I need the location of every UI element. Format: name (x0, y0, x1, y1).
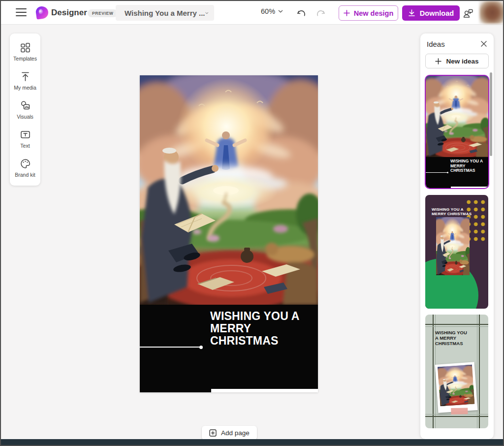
undo-button[interactable] (295, 7, 308, 20)
decorative-line (140, 347, 201, 348)
palette-icon (20, 158, 31, 169)
sidebar-item-label: Brand kit (15, 172, 35, 178)
upload-arrow-icon (20, 71, 31, 82)
app-name: Designer (51, 8, 87, 18)
plus-icon (344, 10, 350, 16)
new-ideas-label: New ideas (446, 58, 478, 65)
plaid-line (433, 315, 434, 428)
tape-decoration (451, 408, 468, 414)
sidebar-item-label: Text (20, 143, 30, 149)
idea-thumbnail-selected[interactable]: WISHING YOU A MERRY CHRISTMAS (425, 75, 489, 189)
new-ideas-button[interactable]: New ideas (425, 54, 489, 68)
sidebar-item-text[interactable]: Text (10, 124, 40, 153)
text-box-icon (20, 129, 31, 140)
sidebar-item-label: My media (14, 85, 36, 91)
ideas-scrollbar[interactable] (490, 72, 492, 156)
idea-thumbnail-plum[interactable]: WISHING YOU A MERRY CHRISTMAS (425, 195, 488, 309)
download-label: Download (420, 9, 454, 17)
sidebar-item-brand-kit[interactable]: Brand kit (10, 153, 40, 182)
canvas-black-band: WISHING YOU A MERRY CHRISTMAS (140, 305, 318, 392)
preview-badge: PREVIEW (88, 9, 118, 17)
designer-app-window: Designer PREVIEW Wishing You a Merry ...… (0, 0, 504, 446)
download-button[interactable]: Download (402, 5, 460, 21)
canvas-headline[interactable]: WISHING YOU A MERRY CHRISTMAS (210, 310, 300, 347)
close-icon[interactable] (479, 39, 488, 48)
design-canvas-page[interactable]: WISHING YOU A MERRY CHRISTMAS (140, 75, 318, 392)
person-feedback-icon[interactable] (463, 8, 473, 19)
add-page-button[interactable]: Add page (202, 426, 257, 440)
sidebar-item-templates[interactable]: Templates (10, 37, 40, 66)
image-shapes-icon (20, 100, 31, 111)
decorative-bar (451, 187, 488, 188)
chevron-down-icon (205, 11, 208, 15)
templates-grid-icon (20, 42, 31, 53)
designer-logo-icon (35, 5, 49, 19)
sidebar-item-visuals[interactable]: Visuals (10, 95, 40, 124)
ideas-panel-title: Ideas (427, 40, 445, 48)
new-design-button[interactable]: New design (339, 5, 398, 21)
menu-icon[interactable] (16, 8, 27, 17)
card-artwork (438, 365, 474, 407)
taskbar-edge-strip (1, 439, 503, 445)
top-bar: Designer PREVIEW Wishing You a Merry ...… (1, 1, 503, 25)
plus-square-icon (209, 429, 217, 437)
sidebar-item-label: Templates (13, 56, 37, 62)
decorative-bar (211, 389, 318, 392)
idea-thumbnail-plaid[interactable]: WISHING YOU A MERRY CHRISTMAS (425, 315, 488, 428)
download-icon (408, 9, 415, 17)
plaid-line (425, 416, 488, 417)
design-title-dropdown[interactable]: Wishing You a Merry ... (116, 5, 214, 21)
zoom-dropdown[interactable]: 60% (261, 7, 283, 15)
plaid-line (425, 326, 488, 327)
toolbox-sidebar: Templates My media Visuals Text (10, 33, 40, 186)
thumb-headline: WISHING YOU A MERRY CHRISTMAS (435, 330, 482, 346)
add-page-label: Add page (221, 429, 250, 437)
redo-button[interactable] (314, 7, 327, 20)
thumb-headline: WISHING YOU A MERRY CHRISTMAS (432, 207, 477, 216)
card-artwork (436, 217, 470, 275)
design-title: Wishing You a Merry ... (125, 9, 205, 17)
card-artwork (140, 75, 318, 305)
plus-icon (435, 58, 441, 64)
undo-icon (297, 9, 306, 18)
account-avatar[interactable] (479, 1, 504, 24)
sidebar-item-my-media[interactable]: My media (10, 66, 40, 95)
new-design-label: New design (354, 9, 394, 17)
ideas-panel: Ideas New ideas WISHING YOU A MERRY CHRI (420, 33, 494, 439)
decorative-line (426, 172, 447, 173)
zoom-value: 60% (261, 7, 275, 15)
polaroid-photo (435, 362, 478, 413)
plaid-line (425, 324, 488, 325)
sidebar-item-label: Visuals (17, 114, 33, 120)
ideas-thumbnail-list: WISHING YOU A MERRY CHRISTMAS WISHING YO… (425, 75, 489, 428)
redo-icon (316, 9, 325, 18)
thumb-black-band: WISHING YOU A MERRY CHRISTMAS (426, 157, 488, 188)
card-artwork (426, 76, 488, 157)
chevron-down-icon (278, 10, 283, 13)
thumb-headline: WISHING YOU A MERRY CHRISTMAS (450, 159, 483, 173)
